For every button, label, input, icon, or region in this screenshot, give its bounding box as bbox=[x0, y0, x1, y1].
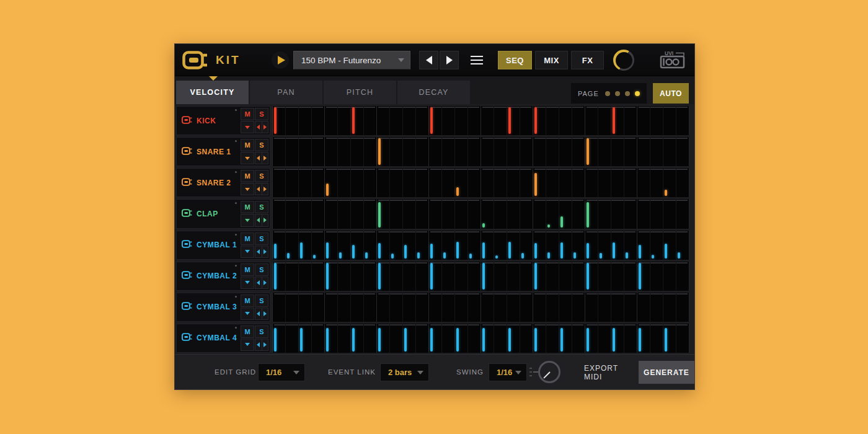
shift-left-button-cymbal-3[interactable] bbox=[255, 308, 262, 319]
step-cell-cymbal-3-12[interactable] bbox=[429, 293, 442, 322]
track-select-clap[interactable]: CLAP bbox=[177, 200, 239, 228]
step-cell-kick-4[interactable] bbox=[325, 106, 338, 135]
step-cell-cymbal-1-16[interactable] bbox=[481, 231, 494, 260]
step-cell-cymbal-1-18[interactable] bbox=[507, 231, 520, 260]
velocity-bar-cymbal-4-4[interactable] bbox=[326, 328, 329, 352]
velocity-bar-cymbal-1-19[interactable] bbox=[521, 253, 524, 258]
step-cell-kick-29[interactable] bbox=[650, 106, 663, 135]
step-cell-kick-24[interactable] bbox=[585, 106, 598, 135]
step-cell-kick-12[interactable] bbox=[429, 106, 442, 135]
step-cell-kick-19[interactable] bbox=[520, 106, 533, 135]
step-cell-clap-13[interactable] bbox=[442, 199, 455, 228]
step-cell-kick-1[interactable] bbox=[286, 106, 299, 135]
step-cell-snare-2-14[interactable] bbox=[455, 168, 468, 197]
velocity-bar-snare-1-24[interactable] bbox=[587, 138, 589, 165]
collapse-button-kick[interactable] bbox=[241, 121, 254, 133]
step-cell-cymbal-1-27[interactable] bbox=[624, 231, 637, 260]
step-cell-cymbal-2-17[interactable] bbox=[494, 262, 507, 291]
step-cell-snare-2-7[interactable] bbox=[364, 168, 376, 197]
step-cell-kick-20[interactable] bbox=[533, 106, 546, 135]
velocity-bar-cymbal-4-26[interactable] bbox=[613, 328, 615, 352]
step-cell-cymbal-2-26[interactable] bbox=[611, 262, 624, 291]
velocity-bar-cymbal-4-12[interactable] bbox=[430, 328, 433, 352]
step-cell-snare-1-4[interactable] bbox=[325, 137, 338, 166]
shift-right-button-cymbal-4[interactable] bbox=[262, 339, 268, 350]
step-cell-clap-18[interactable] bbox=[507, 199, 520, 228]
track-select-snare-1[interactable]: SNARE 1 bbox=[177, 138, 239, 166]
step-cell-snare-2-17[interactable] bbox=[494, 168, 507, 197]
step-cell-cymbal-1-29[interactable] bbox=[650, 231, 663, 260]
velocity-bar-cymbal-4-28[interactable] bbox=[639, 328, 641, 352]
shift-right-button-cymbal-3[interactable] bbox=[262, 308, 268, 319]
step-cell-cymbal-2-31[interactable] bbox=[676, 262, 689, 291]
step-cell-clap-21[interactable] bbox=[546, 199, 559, 228]
step-cell-cymbal-2-13[interactable] bbox=[442, 262, 455, 291]
step-cell-kick-17[interactable] bbox=[494, 106, 507, 135]
velocity-bar-cymbal-4-18[interactable] bbox=[508, 328, 511, 352]
velocity-bar-cymbal-2-20[interactable] bbox=[534, 263, 537, 290]
step-cell-cymbal-3-8[interactable] bbox=[377, 293, 390, 322]
step-cell-cymbal-4-28[interactable] bbox=[637, 324, 650, 353]
collapse-button-cymbal-3[interactable] bbox=[241, 308, 254, 320]
step-cell-cymbal-2-22[interactable] bbox=[559, 262, 572, 291]
step-cell-cymbal-2-21[interactable] bbox=[546, 262, 559, 291]
step-cell-cymbal-3-29[interactable] bbox=[650, 293, 663, 322]
step-cell-kick-22[interactable] bbox=[559, 106, 572, 135]
step-cell-cymbal-1-8[interactable] bbox=[377, 231, 390, 260]
step-cell-snare-1-13[interactable] bbox=[442, 137, 455, 166]
step-cell-snare-1-7[interactable] bbox=[364, 137, 376, 166]
step-cell-cymbal-2-30[interactable] bbox=[663, 262, 676, 291]
step-cell-clap-23[interactable] bbox=[572, 199, 585, 228]
step-cell-cymbal-2-10[interactable] bbox=[403, 262, 416, 291]
step-cell-cymbal-1-11[interactable] bbox=[416, 231, 428, 260]
step-cell-cymbal-3-27[interactable] bbox=[624, 293, 637, 322]
step-cell-cymbal-1-4[interactable] bbox=[325, 231, 338, 260]
step-cell-snare-1-23[interactable] bbox=[572, 137, 585, 166]
step-cell-kick-8[interactable] bbox=[377, 106, 390, 135]
step-cell-cymbal-3-28[interactable] bbox=[637, 293, 650, 322]
shift-left-button-snare-2[interactable] bbox=[255, 184, 262, 195]
step-cell-cymbal-4-19[interactable] bbox=[520, 324, 533, 353]
step-cell-cymbal-4-25[interactable] bbox=[598, 324, 611, 353]
step-cell-kick-6[interactable] bbox=[351, 106, 364, 135]
step-cell-cymbal-4-22[interactable] bbox=[559, 324, 572, 353]
velocity-bar-cymbal-4-24[interactable] bbox=[587, 328, 589, 352]
step-cell-cymbal-2-15[interactable] bbox=[468, 262, 480, 291]
step-cell-clap-27[interactable] bbox=[624, 199, 637, 228]
step-cell-snare-1-22[interactable] bbox=[559, 137, 572, 166]
step-cell-snare-2-21[interactable] bbox=[546, 168, 559, 197]
velocity-bar-cymbal-1-4[interactable] bbox=[326, 242, 329, 258]
tab-mix[interactable]: MIX bbox=[535, 51, 568, 69]
step-cell-kick-2[interactable] bbox=[299, 106, 312, 135]
velocity-bar-cymbal-1-6[interactable] bbox=[352, 245, 355, 259]
step-cell-kick-30[interactable] bbox=[663, 106, 676, 135]
velocity-bar-cymbal-1-0[interactable] bbox=[274, 244, 277, 258]
step-cell-cymbal-1-12[interactable] bbox=[429, 231, 442, 260]
play-button[interactable] bbox=[272, 51, 289, 69]
step-cell-cymbal-1-3[interactable] bbox=[312, 231, 324, 260]
step-cell-snare-2-26[interactable] bbox=[611, 168, 624, 197]
shift-left-button-cymbal-1[interactable] bbox=[255, 246, 262, 257]
velocity-bar-snare-2-30[interactable] bbox=[665, 190, 667, 196]
step-cell-kick-18[interactable] bbox=[507, 106, 520, 135]
tab-fx[interactable]: FX bbox=[571, 51, 604, 69]
step-cell-cymbal-2-29[interactable] bbox=[650, 262, 663, 291]
collapse-button-cymbal-2[interactable] bbox=[241, 277, 254, 289]
step-cell-cymbal-4-3[interactable] bbox=[312, 324, 324, 353]
step-cell-snare-2-13[interactable] bbox=[442, 168, 455, 197]
step-cell-cymbal-4-31[interactable] bbox=[676, 324, 689, 353]
velocity-bar-cymbal-4-20[interactable] bbox=[534, 328, 537, 352]
track-select-cymbal-1[interactable]: CYMBAL 1 bbox=[177, 231, 239, 259]
step-cell-snare-2-0[interactable] bbox=[273, 168, 286, 197]
shift-left-button-cymbal-2[interactable] bbox=[255, 277, 262, 288]
velocity-bar-cymbal-1-5[interactable] bbox=[339, 252, 342, 259]
velocity-bar-cymbal-1-16[interactable] bbox=[482, 242, 485, 258]
step-cell-clap-14[interactable] bbox=[455, 199, 468, 228]
step-cell-cymbal-4-11[interactable] bbox=[416, 324, 428, 353]
step-cell-cymbal-3-4[interactable] bbox=[325, 293, 338, 322]
step-cell-cymbal-4-17[interactable] bbox=[494, 324, 507, 353]
step-cell-snare-1-14[interactable] bbox=[455, 137, 468, 166]
step-cell-cymbal-4-15[interactable] bbox=[468, 324, 480, 353]
shift-right-button-clap[interactable] bbox=[262, 215, 268, 226]
step-cell-cymbal-4-0[interactable] bbox=[273, 324, 286, 353]
